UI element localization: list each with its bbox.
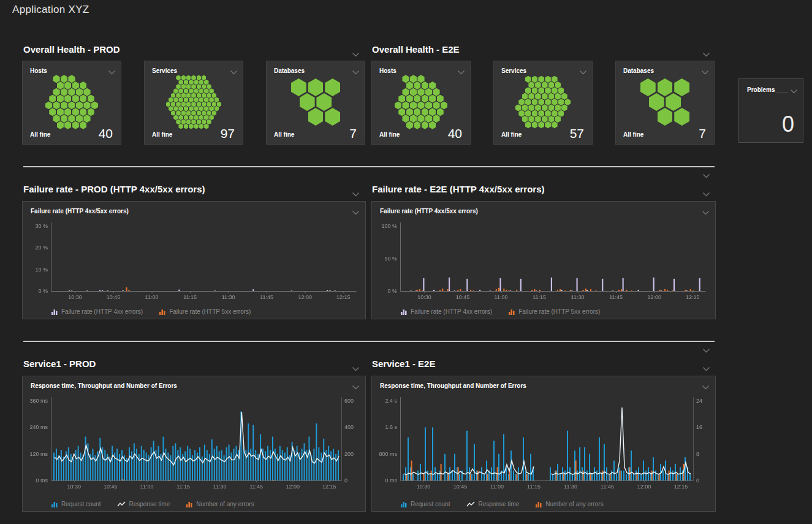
page-title: Application XYZ xyxy=(12,4,89,16)
legend-item[interactable]: Failure rate (HTTP 5xx errors) xyxy=(508,308,600,315)
health-tile-hosts-e2e[interactable]: Hosts All fine 40 xyxy=(371,61,471,145)
tile-status: All fine xyxy=(379,131,400,138)
chevron-down-icon[interactable] xyxy=(702,188,710,193)
health-tile-services-e2e[interactable]: Services All fine 57 xyxy=(493,61,593,145)
tile-count: 7 xyxy=(349,126,357,141)
service-prod-panel: Response time, Throughput and Number of … xyxy=(22,376,366,512)
section-divider xyxy=(23,341,715,342)
chart-title: Response time, Throughput and Number of … xyxy=(380,382,526,389)
tile-label: Services xyxy=(501,67,526,74)
health-tile-services-prod[interactable]: Services All fine 97 xyxy=(144,61,243,145)
legend-item[interactable]: Response time xyxy=(117,501,170,507)
health-tile-databases-prod[interactable]: Databases All fine 7 xyxy=(266,61,365,145)
section-title-service-prod: Service1 - PROD xyxy=(23,359,96,369)
section-title-health-e2e: Overall Health - E2E xyxy=(372,44,460,55)
legend-item[interactable]: Number of any errors xyxy=(535,501,603,507)
chevron-down-icon[interactable] xyxy=(702,363,710,368)
tile-label: Databases xyxy=(623,67,654,74)
chevron-down-icon[interactable] xyxy=(352,48,360,53)
section-collapse-chevron[interactable] xyxy=(702,344,710,349)
chevron-down-icon[interactable] xyxy=(352,66,360,71)
tile-count: 40 xyxy=(99,126,113,141)
health-tile-databases-e2e[interactable]: Databases All fine 7 xyxy=(615,61,715,145)
problems-label: Problems xyxy=(747,86,775,93)
tile-label: Services xyxy=(152,67,177,74)
tile-count: 7 xyxy=(699,126,706,141)
chevron-down-icon[interactable] xyxy=(457,66,465,71)
chart-legend: Failure rate (HTTP 4xx errors)Failure ra… xyxy=(400,308,600,315)
tile-status: All fine xyxy=(623,131,643,138)
chart-legend: Request countResponse timeNumber of any … xyxy=(400,501,604,507)
chevron-down-icon[interactable] xyxy=(352,381,360,386)
section-title-failure-e2e: Failure rate - E2E (HTTP 4xx/5xx errors) xyxy=(372,184,545,194)
legend-item[interactable]: Failure rate (HTTP 4xx errors) xyxy=(51,308,143,315)
chevron-down-icon[interactable] xyxy=(702,381,710,386)
tile-label: Hosts xyxy=(30,67,47,74)
problems-sparkline xyxy=(776,92,788,93)
section-title-health-prod: Overall Health - PROD xyxy=(23,44,120,55)
chevron-down-icon[interactable] xyxy=(701,66,709,71)
tile-label: Databases xyxy=(274,67,305,74)
section-divider xyxy=(23,166,715,167)
health-tile-hosts-prod[interactable]: Hosts All fine 40 xyxy=(22,61,121,145)
chevron-down-icon[interactable] xyxy=(702,207,710,211)
legend-item[interactable]: Request count xyxy=(51,501,101,507)
chevron-down-icon[interactable] xyxy=(579,66,587,71)
service-e2e-chart[interactable] xyxy=(373,395,714,498)
failure-rate-e2e-panel: Failure rate (HTTP 4xx/5xx errors) Failu… xyxy=(371,201,716,319)
section-collapse-chevron[interactable] xyxy=(702,170,710,175)
failure-rate-e2e-chart[interactable] xyxy=(373,220,714,306)
honeycomb-hosts-e2e xyxy=(378,76,464,128)
tile-count: 57 xyxy=(570,126,584,141)
honeycomb-databases-e2e xyxy=(622,76,708,128)
chart-title: Response time, Throughput and Number of … xyxy=(31,382,177,389)
chevron-down-icon[interactable] xyxy=(230,66,238,71)
legend-item[interactable]: Failure rate (HTTP 4xx errors) xyxy=(400,308,492,315)
service-e2e-panel: Response time, Throughput and Number of … xyxy=(371,376,716,512)
section-title-failure-prod: Failure rate - PROD (HTTP 4xx/5xx errors… xyxy=(23,184,205,194)
section-title-service-e2e: Service1 - E2E xyxy=(372,359,435,369)
tile-status: All fine xyxy=(274,131,294,138)
chart-legend: Failure rate (HTTP 4xx errors)Failure ra… xyxy=(51,308,251,315)
tile-status: All fine xyxy=(152,131,172,138)
dashboard: { "app": { "title": "Application XYZ" },… xyxy=(0,0,812,524)
legend-item[interactable]: Failure rate (HTTP 5xx errors) xyxy=(159,308,251,315)
problems-count: 0 xyxy=(782,112,794,137)
chevron-down-icon[interactable] xyxy=(352,363,360,368)
tile-count: 40 xyxy=(448,126,462,141)
chart-legend: Request countResponse timeNumber of any … xyxy=(51,501,254,507)
tile-count: 97 xyxy=(221,126,235,141)
chevron-down-icon[interactable] xyxy=(702,48,710,53)
failure-rate-prod-panel: Failure rate (HTTP 4xx/5xx errors) Failu… xyxy=(22,201,366,319)
chevron-down-icon[interactable] xyxy=(790,85,798,90)
chevron-down-icon[interactable] xyxy=(352,207,360,211)
tile-label: Hosts xyxy=(379,67,397,74)
honeycomb-services-e2e xyxy=(500,76,586,128)
honeycomb-services-prod xyxy=(151,76,237,128)
honeycomb-hosts-prod xyxy=(29,76,115,128)
tile-status: All fine xyxy=(501,131,522,138)
chart-title: Failure rate (HTTP 4xx/5xx errors) xyxy=(380,208,478,215)
honeycomb-databases-prod xyxy=(273,76,359,128)
tile-status: All fine xyxy=(30,131,50,138)
failure-rate-prod-chart[interactable] xyxy=(24,220,365,306)
legend-item[interactable]: Number of any errors xyxy=(186,501,254,507)
service-prod-chart[interactable] xyxy=(24,395,365,498)
problems-tile[interactable]: Problems 0 xyxy=(738,78,803,143)
chevron-down-icon[interactable] xyxy=(352,188,360,193)
legend-item[interactable]: Response time xyxy=(466,501,520,507)
chevron-down-icon[interactable] xyxy=(108,66,116,71)
legend-item[interactable]: Request count xyxy=(400,501,450,507)
chart-title: Failure rate (HTTP 4xx/5xx errors) xyxy=(31,208,129,215)
